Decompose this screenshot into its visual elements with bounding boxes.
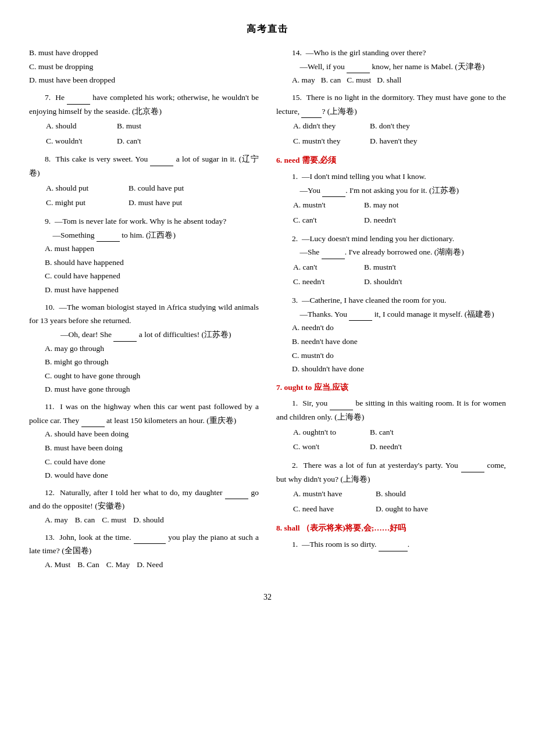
question-12: 12. Naturally, after I told her what to … — [29, 486, 259, 527]
question-11: 11. I was on the highway when this car w… — [29, 400, 259, 482]
question-7: 7. He have completed his work; otherwise… — [29, 91, 259, 149]
question-8: 8. This cake is very sweet. You a lot of… — [29, 152, 259, 211]
left-column: B. must have dropped C. must be dropping… — [29, 46, 259, 575]
section8-question-1: 1. —This room is so dirty. . — [276, 538, 506, 551]
section6-question-3: 3. —Catherine, I have cleaned the room f… — [276, 293, 506, 376]
page-title: 高考直击 — [29, 23, 506, 35]
question-15: 15. There is no light in the dormitory. … — [276, 91, 506, 149]
question-13: 13. John, look at the time. you play the… — [29, 531, 259, 572]
right-column: 14. —Who is the girl standing over there… — [276, 46, 506, 575]
list-item: B. must have dropped C. must be dropping… — [29, 46, 259, 87]
section-7-heading: 7. ought to 应当,应该 — [276, 381, 506, 395]
section-6-heading: 6. need 需要,必须 — [276, 153, 506, 167]
section7-question-2: 2. There was a lot of fun at yesterday's… — [276, 458, 506, 517]
section6-question-2: 2. —Lucy doesn't mind lending you her di… — [276, 232, 506, 291]
question-10: 10. —The woman biologist stayed in Afric… — [29, 300, 259, 396]
question-9: 9. —Tom is never late for work. Why is h… — [29, 214, 259, 297]
page-number: 32 — [29, 593, 506, 602]
question-14: 14. —Who is the girl standing over there… — [276, 46, 506, 87]
section6-question-1: 1. —I don't mind telling you what I know… — [276, 170, 506, 228]
section-8-heading: 8. shall （表示将来)将要,会;……好吗 — [276, 521, 506, 535]
section7-question-1: 1. Sir, you be sitting in this waiting r… — [276, 396, 506, 455]
